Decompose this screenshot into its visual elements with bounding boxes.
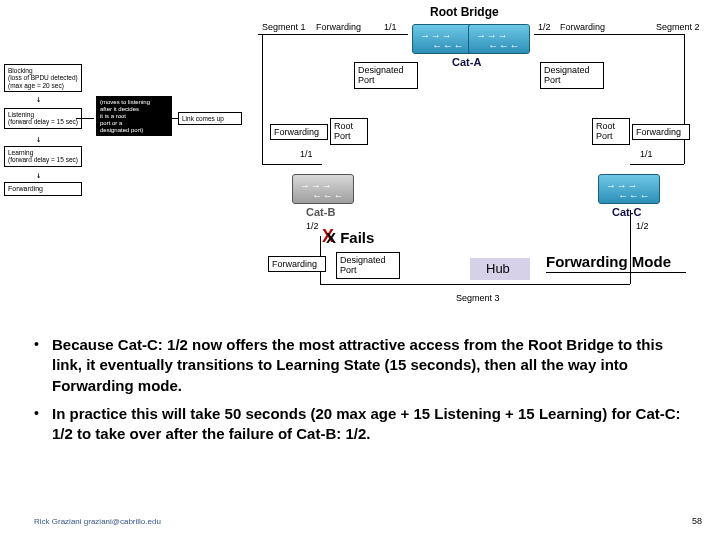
- switch-cat-c: → → →← ← ←: [598, 174, 660, 204]
- state-blocking-text: Blocking (loss of BPDU detected) (max ag…: [8, 67, 78, 89]
- designated-port-right-text: Designated Port: [544, 65, 590, 85]
- left-vline: [262, 34, 263, 164]
- designated-port-b-text: Designated Port: [340, 255, 386, 275]
- forwarding-box-bl: Forwarding: [270, 124, 328, 140]
- root-port-left-text: Root Port: [334, 121, 353, 141]
- state-listening-text: Listening (forward delay = 15 sec): [8, 111, 78, 125]
- port-11a: 1/1: [384, 23, 397, 33]
- bullet-row-2: • In practice this will take 50 seconds …: [34, 404, 694, 445]
- state-blocking: Blocking (loss of BPDU detected) (max ag…: [4, 64, 82, 92]
- arrow-1: ↓: [36, 94, 41, 104]
- state-note-b: Link comes up: [178, 112, 242, 125]
- mini-conn-1: [76, 118, 94, 119]
- switch-cat-a-2: → → →← ← ←: [468, 24, 530, 54]
- catc-hline: [630, 164, 684, 165]
- cat-a-label: Cat-A: [452, 56, 481, 68]
- fwdmode-underline: [546, 272, 686, 273]
- port-12a: 1/2: [538, 23, 551, 33]
- designated-port-left-text: Designated Port: [358, 65, 404, 85]
- arrow-3: ↓: [36, 170, 41, 180]
- port-11-c: 1/1: [640, 150, 653, 160]
- port-11-b: 1/1: [300, 150, 313, 160]
- fwd-left-label: Forwarding: [316, 23, 361, 33]
- arrow-2: ↓: [36, 134, 41, 144]
- mini-conn-2: [166, 118, 178, 119]
- cat-c-label: Cat-C: [612, 206, 641, 218]
- seg3-line: [320, 284, 630, 285]
- page-title: Root Bridge: [430, 6, 499, 19]
- switch-cat-a: → → →← ← ←: [412, 24, 474, 54]
- state-note-a-text: (moves to listening after it decides it …: [100, 99, 150, 133]
- bullet-dot-icon: •: [34, 335, 52, 396]
- seg1-line: [258, 34, 408, 35]
- forwarding-box-br: Forwarding: [632, 124, 690, 140]
- root-port-left: Root Port: [330, 118, 368, 145]
- designated-port-b: Designated Port: [336, 252, 400, 279]
- bullet-row-1: • Because Cat-C: 1/2 now offers the most…: [34, 335, 694, 396]
- forwarding-box-b2: Forwarding: [268, 256, 326, 272]
- port-12-c: 1/2: [636, 222, 649, 232]
- root-port-right: Root Port: [592, 118, 630, 145]
- fwd-right-label: Forwarding: [560, 23, 605, 33]
- designated-port-left: Designated Port: [354, 62, 418, 89]
- x-fails-label: X Fails: [326, 230, 374, 247]
- hub-label: Hub: [486, 262, 510, 276]
- switch-cat-b: → → →← ← ←: [292, 174, 354, 204]
- seg2-line: [534, 34, 684, 35]
- seg1-label: Segment 1: [262, 23, 306, 33]
- cat-b-label: Cat-B: [306, 206, 335, 218]
- forwarding-mode-label: Forwarding Mode: [546, 254, 671, 271]
- seg2-label: Segment 2: [656, 23, 700, 33]
- root-port-right-text: Root Port: [596, 121, 615, 141]
- bullet-dot-icon: •: [34, 404, 52, 445]
- footer-page-number: 58: [692, 516, 702, 526]
- seg3-label: Segment 3: [456, 294, 500, 304]
- bullet-text-2: In practice this will take 50 seconds (2…: [52, 404, 694, 445]
- designated-port-right: Designated Port: [540, 62, 604, 89]
- footer-left: Rick Graziani graziani@cabrillo.edu: [34, 517, 161, 526]
- state-listening: Listening (forward delay = 15 sec): [4, 108, 82, 129]
- right-vline: [684, 34, 685, 164]
- bullet-text-1: Because Cat-C: 1/2 now offers the most a…: [52, 335, 694, 396]
- bullet-list: • Because Cat-C: 1/2 now offers the most…: [34, 335, 694, 452]
- catb-hline: [262, 164, 322, 165]
- port-12-b: 1/2: [306, 222, 319, 232]
- state-learning: Learning (forward delay = 15 sec): [4, 146, 82, 167]
- state-note-a: (moves to listening after it decides it …: [96, 96, 172, 136]
- state-learning-text: Learning (forward delay = 15 sec): [8, 149, 78, 163]
- state-forwarding: Forwarding: [4, 182, 82, 196]
